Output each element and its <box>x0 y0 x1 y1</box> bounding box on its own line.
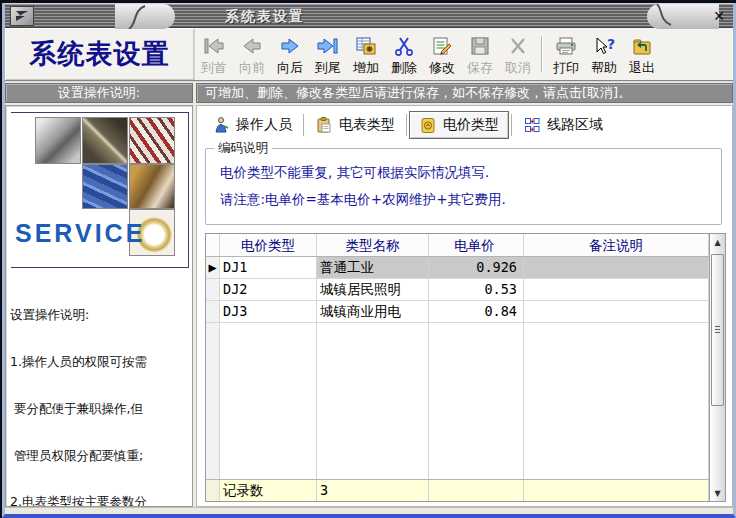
price-type-grid: 电价类型 类型名称 电单价 备注说明 ▶ DJ1 普通工业 0.926 <box>205 233 709 502</box>
scroll-up-button[interactable]: ▲ <box>710 234 725 250</box>
system-menu-button[interactable] <box>10 6 34 26</box>
delete-button-label: 删除 <box>391 59 417 77</box>
instruction-line: 要分配便于兼职操作,但 <box>10 401 191 417</box>
cell-note <box>524 257 709 279</box>
row-indicator <box>206 279 220 301</box>
tab-price-types-label: 电价类型 <box>443 116 499 134</box>
toolbar-separator <box>541 36 543 72</box>
add-record-icon <box>354 34 378 58</box>
tab-separator <box>511 114 512 136</box>
cell-type: DJ2 <box>220 279 317 301</box>
next-button[interactable]: 向后 <box>271 28 309 80</box>
cell-price: 0.84 <box>429 301 524 323</box>
edit-button-label: 修改 <box>429 59 455 77</box>
grid-empty-area <box>206 323 709 479</box>
svg-text:?: ? <box>607 36 615 52</box>
col-header-unit-price: 电单价 <box>429 234 524 256</box>
price-book-icon <box>419 116 437 134</box>
tab-operators[interactable]: 操作人员 <box>203 112 301 138</box>
save-button[interactable]: 保存 <box>461 28 499 80</box>
help-button[interactable]: ? 帮助 <box>585 28 623 80</box>
coding-note-groupbox: 编码说明 电价类型不能重复, 其它可根据实际情况填写. 请注意:电单价=基本电价… <box>205 148 722 225</box>
toolbar: 系统表设置 到首 向前 向后 到尾 <box>5 28 733 82</box>
photo-pencils <box>129 117 175 164</box>
table-row[interactable]: DJ2 城镇居民照明 0.53 <box>206 279 709 301</box>
section-headers: 设置操作说明: 可增加、删除、修改各类型后请进行保存，如不保存修改，请点击[取消… <box>5 83 733 103</box>
save-disk-icon <box>468 34 492 58</box>
save-button-label: 保存 <box>467 59 493 77</box>
cell-name: 普通工业 <box>317 257 429 279</box>
cell-price: 0.926 <box>429 257 524 279</box>
record-count-value: 3 <box>317 480 429 501</box>
main-hint-bar: 可增加、删除、修改各类型后请进行保存，如不保存修改，请点击[取消]。 <box>196 83 733 103</box>
cell-name: 城镇商业用电 <box>317 301 429 323</box>
exit-button[interactable]: 退出 <box>623 28 661 80</box>
first-record-icon <box>202 34 226 58</box>
service-label: SERVICE <box>15 219 145 248</box>
status-strip <box>5 507 733 514</box>
indicator-header-cell <box>206 234 220 256</box>
next-button-label: 向后 <box>277 59 303 77</box>
page-title: 系统表设置 <box>5 28 195 80</box>
clipboard-icon <box>315 116 333 134</box>
instruction-line: 设置操作说明: <box>10 307 191 323</box>
edit-button[interactable]: 修改 <box>423 28 461 80</box>
app-logo-icon <box>14 10 30 22</box>
vertical-scrollbar[interactable]: ▲ ▼ <box>709 233 726 502</box>
col-header-price-type: 电价类型 <box>220 234 317 256</box>
scissors-icon <box>392 34 416 58</box>
instruction-line: 管理员权限分配要慎重; <box>10 448 191 464</box>
prev-button[interactable]: 向前 <box>233 28 271 80</box>
next-record-icon <box>278 34 302 58</box>
cell-price: 0.53 <box>429 279 524 301</box>
grid-header-row: 电价类型 类型名称 电单价 备注说明 <box>206 234 709 257</box>
titlebar-swoosh-left <box>115 4 175 29</box>
photo-leather <box>129 164 175 209</box>
print-button[interactable]: 打印 <box>547 28 585 80</box>
instruction-line: 1.操作人员的权限可按需 <box>10 354 191 370</box>
cell-note <box>524 301 709 323</box>
photo-pen <box>82 117 128 164</box>
add-button-label: 增加 <box>353 59 379 77</box>
col-header-note: 备注说明 <box>524 234 709 256</box>
thumb-grip <box>715 326 720 335</box>
line-area-icon <box>523 116 541 134</box>
last-button[interactable]: 到尾 <box>309 28 347 80</box>
exit-button-label: 退出 <box>629 59 655 77</box>
cell-type: DJ1 <box>220 257 317 279</box>
photo-keyboard <box>82 164 128 209</box>
cancel-button[interactable]: 取消 <box>499 28 537 80</box>
help-cursor-icon: ? <box>592 34 616 58</box>
note-line-2: 请注意:电单价=基本电价+农网维护+其它费用. <box>220 191 713 209</box>
app-window: 系统表设置 ✕ 系统表设置 到首 向前 向后 <box>2 3 736 518</box>
tab-meter-types[interactable]: 电表类型 <box>306 112 404 138</box>
cell-name: 城镇居民照明 <box>317 279 429 301</box>
add-button[interactable]: 增加 <box>347 28 385 80</box>
tab-price-types[interactable]: 电价类型 <box>409 111 509 139</box>
help-button-label: 帮助 <box>591 59 617 77</box>
cancel-x-icon <box>506 34 530 58</box>
grid-footer-row: 记录数 3 <box>206 479 709 501</box>
tab-separator <box>303 114 304 136</box>
last-button-label: 到尾 <box>315 59 341 77</box>
instruction-line: 2.电表类型按主要参数分 <box>10 494 191 507</box>
scroll-down-button[interactable]: ▼ <box>710 485 725 501</box>
prev-button-label: 向前 <box>239 59 265 77</box>
col-header-type-name: 类型名称 <box>317 234 429 256</box>
sidebar-header: 设置操作说明: <box>5 83 193 103</box>
table-row[interactable]: DJ3 城镇商业用电 0.84 <box>206 301 709 323</box>
scrollbar-thumb[interactable] <box>711 254 724 406</box>
edit-record-icon <box>430 34 454 58</box>
table-row[interactable]: ▶ DJ1 普通工业 0.926 <box>206 257 709 279</box>
sidebar: SERVICE 设置操作说明: 1.操作人员的权限可按需 要分配便于兼职操作,但… <box>5 105 193 507</box>
first-button[interactable]: 到首 <box>195 28 233 80</box>
close-button[interactable]: ✕ <box>709 7 729 25</box>
tab-separator <box>406 114 407 136</box>
tab-meter-types-label: 电表类型 <box>339 116 395 134</box>
last-record-icon <box>316 34 340 58</box>
note-line-1: 电价类型不能重复, 其它可根据实际情况填写. <box>220 164 713 182</box>
tab-line-areas[interactable]: 线路区域 <box>514 112 612 138</box>
record-count-label: 记录数 <box>220 480 317 501</box>
printer-icon <box>554 34 578 58</box>
delete-button[interactable]: 删除 <box>385 28 423 80</box>
